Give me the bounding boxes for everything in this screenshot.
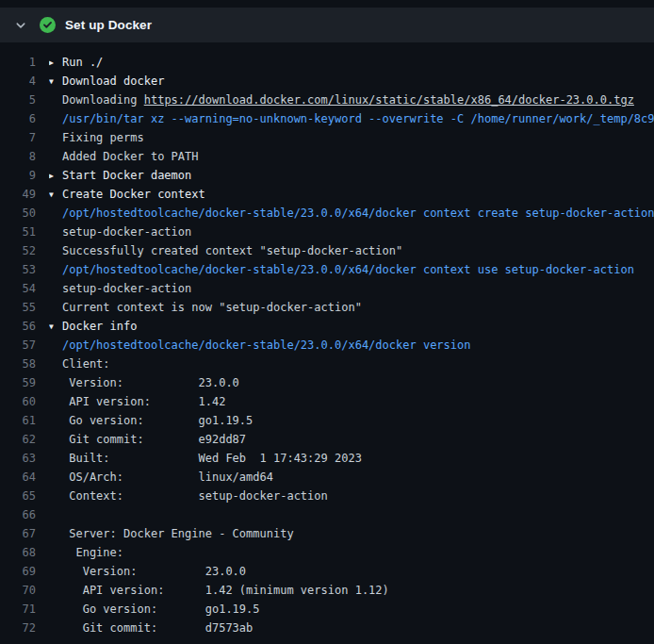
group-title[interactable]: Docker info — [62, 320, 137, 333]
log-text: Go version: go1.19.5 — [49, 600, 654, 619]
line-number[interactable]: 49 — [0, 185, 49, 204]
line-number[interactable]: 5 — [0, 91, 49, 109]
line-number[interactable]: 71 — [0, 600, 49, 619]
line-number[interactable]: 51 — [0, 223, 49, 241]
step-header[interactable]: Set up Docker — [0, 8, 654, 43]
log-text: Server: Docker Engine - Community — [49, 524, 654, 543]
log-command-text: /usr/bin/tar xz --warning=no-unknown-key… — [49, 109, 654, 128]
log-command-text: /opt/hostedtoolcache/docker-stable/23.0.… — [49, 204, 654, 223]
log-text: OS/Arch: linux/amd64 — [49, 468, 654, 487]
log-text: Current context is now "setup-docker-act… — [49, 298, 654, 317]
log-line: 67 Server: Docker Engine - Community — [0, 524, 654, 543]
log-line: 66 — [0, 505, 654, 524]
log-line: 62 Git commit: e92dd87 — [0, 430, 654, 449]
line-number[interactable]: 67 — [0, 524, 49, 543]
log-line: 57/opt/hostedtoolcache/docker-stable/23.… — [0, 336, 654, 355]
group-title[interactable]: Create Docker context — [62, 188, 205, 201]
line-number[interactable]: 62 — [0, 430, 49, 449]
log-line: 59 Version: 23.0.0 — [0, 373, 654, 392]
log-text: setup-docker-action — [49, 223, 654, 241]
log-text: API version: 1.42 (minimum version 1.12) — [49, 581, 654, 600]
log-command-text: /opt/hostedtoolcache/docker-stable/23.0.… — [49, 260, 654, 279]
log-link[interactable]: https://download.docker.com/linux/static… — [144, 93, 634, 107]
line-number[interactable]: 61 — [0, 411, 49, 430]
log-text: Context: setup-docker-action — [49, 487, 654, 505]
log-line: 70 API version: 1.42 (minimum version 1.… — [0, 581, 654, 600]
chevron-down-icon[interactable] — [13, 18, 28, 33]
log-line: 50/opt/hostedtoolcache/docker-stable/23.… — [0, 204, 654, 223]
line-number[interactable]: 56 — [0, 317, 49, 336]
group-expanded-icon[interactable]: ▼ — [49, 73, 62, 91]
line-number[interactable]: 66 — [0, 505, 49, 524]
line-number[interactable]: 1 — [0, 53, 49, 72]
line-number[interactable]: 64 — [0, 468, 49, 487]
line-number[interactable]: 7 — [0, 128, 49, 147]
log-line: 5Downloading https://download.docker.com… — [0, 91, 654, 109]
line-number[interactable]: 9 — [0, 166, 49, 185]
line-number[interactable]: 58 — [0, 355, 49, 373]
group-title[interactable]: Download docker — [62, 74, 164, 88]
log-line: 71 Go version: go1.19.5 — [0, 600, 654, 619]
top-strip — [0, 0, 654, 8]
line-number[interactable]: 70 — [0, 581, 49, 600]
line-number[interactable]: 53 — [0, 260, 49, 279]
group-expanded-icon[interactable]: ▼ — [49, 186, 62, 205]
log-line: 7Fixing perms — [0, 128, 654, 147]
log-line: 65 Context: setup-docker-action — [0, 487, 654, 505]
log-line[interactable]: 9▶Start Docker daemon — [0, 166, 654, 185]
line-number[interactable]: 63 — [0, 449, 49, 468]
log-text: Built: Wed Feb 1 17:43:29 2023 — [49, 449, 654, 468]
log-line: 69 Version: 23.0.0 — [0, 562, 654, 581]
log-text: Go version: go1.19.5 — [49, 411, 654, 430]
line-number[interactable]: 50 — [0, 204, 49, 223]
log-line[interactable]: 56▼Docker info — [0, 317, 654, 336]
log-text: Engine: — [49, 543, 654, 562]
log-text: Git commit: e92dd87 — [49, 430, 654, 449]
log-line[interactable]: 4▼Download docker — [0, 72, 654, 91]
group-expanded-icon[interactable]: ▼ — [49, 318, 62, 337]
line-number[interactable]: 68 — [0, 543, 49, 562]
line-number[interactable]: 72 — [0, 619, 49, 637]
log-text: Downloading — [62, 93, 144, 107]
group-title[interactable]: Run ./ — [62, 56, 103, 69]
log-text: Client: — [49, 355, 654, 373]
log-line: 60 API version: 1.42 — [0, 392, 654, 411]
line-number[interactable]: 4 — [0, 72, 49, 91]
log-line[interactable]: 1▶Run ./ — [0, 53, 654, 72]
line-number[interactable]: 54 — [0, 279, 49, 298]
line-number[interactable]: 69 — [0, 562, 49, 581]
log-text: setup-docker-action — [49, 279, 654, 298]
log-line: 52Successfully created context "setup-do… — [0, 241, 654, 260]
log-text: Successfully created context "setup-dock… — [49, 241, 654, 260]
check-circle-icon — [40, 17, 56, 33]
line-number[interactable]: 55 — [0, 298, 49, 317]
line-number[interactable]: 57 — [0, 336, 49, 355]
log-container: 1▶Run ./4▼Download docker5Downloading ht… — [0, 43, 654, 637]
line-number[interactable]: 65 — [0, 487, 49, 505]
log-line: 72 Git commit: d7573ab — [0, 619, 654, 637]
line-number[interactable]: 6 — [0, 109, 49, 128]
line-number[interactable]: 60 — [0, 392, 49, 411]
log-line[interactable]: 49▼Create Docker context — [0, 185, 654, 204]
log-line: 68 Engine: — [0, 543, 654, 562]
group-collapsed-icon[interactable]: ▶ — [49, 54, 62, 73]
log-line: 63 Built: Wed Feb 1 17:43:29 2023 — [0, 449, 654, 468]
log-line: 8Added Docker to PATH — [0, 147, 654, 166]
step-title: Set up Docker — [65, 18, 152, 32]
group-title[interactable]: Start Docker daemon — [62, 169, 191, 182]
log-line: 6/usr/bin/tar xz --warning=no-unknown-ke… — [0, 109, 654, 128]
line-number[interactable]: 59 — [0, 373, 49, 392]
line-number[interactable]: 52 — [0, 241, 49, 260]
line-number[interactable]: 8 — [0, 147, 49, 166]
log-line: 53/opt/hostedtoolcache/docker-stable/23.… — [0, 260, 654, 279]
log-line: 51setup-docker-action — [0, 223, 654, 241]
log-text: Version: 23.0.0 — [49, 373, 654, 392]
log-line: 64 OS/Arch: linux/amd64 — [0, 468, 654, 487]
log-text: Fixing perms — [49, 128, 654, 147]
log-line: 54setup-docker-action — [0, 279, 654, 298]
log-text: API version: 1.42 — [49, 392, 654, 411]
log-text: Version: 23.0.0 — [49, 562, 654, 581]
log-text — [49, 505, 654, 524]
log-text: Git commit: d7573ab — [49, 619, 654, 637]
group-collapsed-icon[interactable]: ▶ — [49, 167, 62, 186]
